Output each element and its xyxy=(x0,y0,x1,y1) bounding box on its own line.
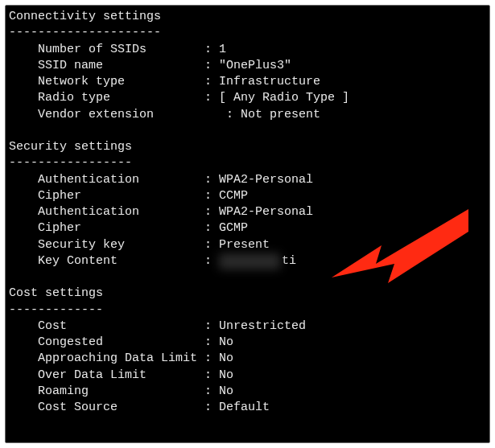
key: Cost Source xyxy=(38,400,204,416)
colon: : xyxy=(204,58,219,74)
colon: : xyxy=(204,74,219,90)
value: CCMP xyxy=(219,188,248,204)
row-radio-type: Radio type:[ Any Radio Type ] xyxy=(6,90,489,106)
key: Network type xyxy=(38,74,204,90)
row-number-of-ssids: Number of SSIDs:1 xyxy=(6,42,489,58)
row-congested: Congested:No xyxy=(6,335,489,351)
row-roaming: Roaming:No xyxy=(6,384,489,400)
key: Security key xyxy=(38,237,204,253)
key: Key Content xyxy=(38,253,204,269)
section-title-cost: Cost settings xyxy=(6,286,489,302)
key: Over Data Limit xyxy=(38,368,204,384)
value: "OnePlus3" xyxy=(219,58,291,74)
value: Present xyxy=(219,237,270,253)
colon: : xyxy=(204,42,219,58)
key: Authentication xyxy=(38,204,204,220)
key: Approaching Data Limit xyxy=(38,351,204,367)
key: Roaming xyxy=(38,384,204,400)
key: Cipher xyxy=(38,188,204,204)
value: [ Any Radio Type ] xyxy=(219,90,349,106)
key: Congested xyxy=(38,335,204,351)
section-title-connectivity: Connectivity settings xyxy=(6,9,489,25)
colon: : xyxy=(226,107,241,123)
password-partial: ti xyxy=(282,253,296,269)
key: Authentication xyxy=(38,172,204,188)
colon: : xyxy=(204,90,219,106)
colon: : xyxy=(204,335,219,351)
redacted-password: ████████ xyxy=(219,253,280,269)
colon: : xyxy=(204,237,219,253)
value: Infrastructure xyxy=(219,74,320,90)
row-approaching-data-limit: Approaching Data Limit:No xyxy=(6,351,489,367)
value: Unrestricted xyxy=(219,319,306,335)
key: Cipher xyxy=(38,220,204,236)
row-cost-source: Cost Source:Default xyxy=(6,400,489,416)
value: Default xyxy=(219,400,270,416)
colon: : xyxy=(204,400,219,416)
colon: : xyxy=(204,204,219,220)
colon: : xyxy=(204,319,219,335)
blank-line xyxy=(6,123,489,139)
value-key-content: ████████ti xyxy=(219,253,296,269)
value: WPA2-Personal xyxy=(219,204,313,220)
blank-line xyxy=(6,269,489,286)
value: No xyxy=(219,351,233,367)
section-divider-security: ----------------- xyxy=(6,155,489,171)
row-authentication-2: Authentication:WPA2-Personal xyxy=(6,204,489,220)
colon: : xyxy=(204,384,219,400)
value: 1 xyxy=(219,42,226,58)
row-cost: Cost:Unrestricted xyxy=(6,319,489,335)
row-key-content: Key Content:████████ti xyxy=(6,253,489,269)
row-network-type: Network type:Infrastructure xyxy=(6,74,489,90)
colon: : xyxy=(204,220,219,236)
section-title-security: Security settings xyxy=(6,139,489,155)
row-cipher-1: Cipher:CCMP xyxy=(6,188,489,204)
colon: : xyxy=(204,188,219,204)
colon: : xyxy=(204,368,219,384)
key: Cost xyxy=(38,319,204,335)
section-divider-connectivity: --------------------- xyxy=(6,25,489,41)
row-over-data-limit: Over Data Limit:No xyxy=(6,368,489,384)
row-cipher-2: Cipher:GCMP xyxy=(6,220,489,236)
key: Vendor extension xyxy=(38,107,226,123)
value: No xyxy=(219,368,233,384)
key: Radio type xyxy=(38,90,204,106)
value: No xyxy=(219,335,233,351)
colon: : xyxy=(204,253,219,269)
value: GCMP xyxy=(219,220,248,236)
colon: : xyxy=(204,351,219,367)
row-authentication-1: Authentication:WPA2-Personal xyxy=(6,172,489,188)
section-divider-cost: ------------- xyxy=(6,302,489,319)
value: WPA2-Personal xyxy=(219,172,313,188)
row-security-key: Security key:Present xyxy=(6,237,489,253)
value: Not present xyxy=(241,107,320,123)
terminal-output: Connectivity settings ------------------… xyxy=(5,5,490,443)
key: Number of SSIDs xyxy=(38,42,204,58)
key: SSID name xyxy=(38,58,204,74)
row-ssid-name: SSID name:"OnePlus3" xyxy=(6,58,489,74)
value: No xyxy=(219,384,233,400)
colon: : xyxy=(204,172,219,188)
row-vendor-extension: Vendor extension:Not present xyxy=(6,107,489,123)
